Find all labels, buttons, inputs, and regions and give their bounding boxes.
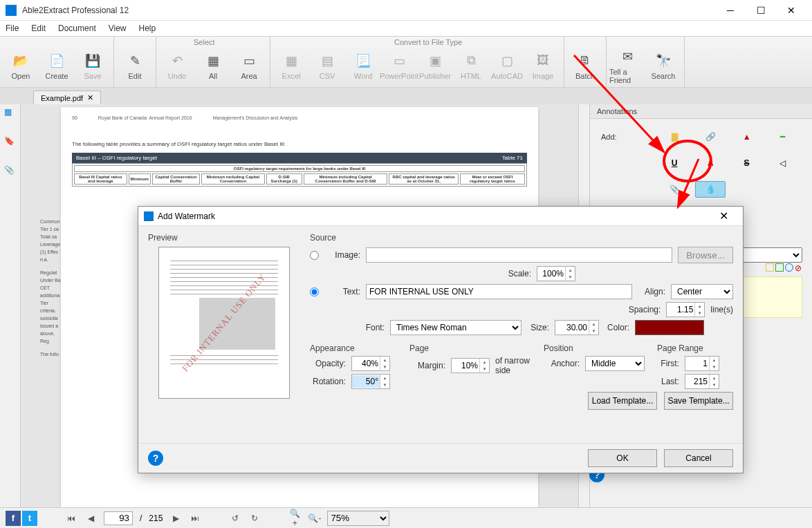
menu-file[interactable]: File bbox=[6, 23, 19, 33]
strikethrough-icon[interactable]: S bbox=[729, 153, 765, 173]
publisher-button[interactable]: ▣Publisher bbox=[417, 46, 453, 87]
preview-page: FOR INTERNAL USE ONLY bbox=[158, 247, 290, 399]
window-title: Able2Extract Professional 12 bbox=[22, 6, 715, 15]
source-text-radio[interactable] bbox=[310, 287, 319, 296]
page-number-input[interactable] bbox=[104, 511, 133, 525]
spacing-spinner[interactable]: ▲▼ bbox=[666, 302, 705, 317]
zoom-select[interactable]: 75% bbox=[327, 511, 389, 526]
select-all-button[interactable]: ▦All bbox=[195, 46, 231, 87]
dialog-close-button[interactable]: ✕ bbox=[710, 209, 737, 223]
select-area-button[interactable]: ▭Area bbox=[231, 46, 267, 87]
scale-spinner[interactable]: ▲▼ bbox=[537, 266, 575, 281]
font-select[interactable]: Times New Roman bbox=[390, 320, 522, 335]
csv-button[interactable]: ▤CSV bbox=[309, 46, 345, 87]
rotate-cw-button[interactable]: ↻ bbox=[248, 513, 261, 523]
image-button[interactable]: 🖼Image bbox=[525, 46, 561, 87]
image-path-input[interactable] bbox=[366, 247, 672, 263]
underline-icon[interactable]: U bbox=[656, 153, 692, 173]
browse-button[interactable]: Browse... bbox=[678, 247, 733, 263]
bookmark-icon[interactable]: 🔖 bbox=[4, 136, 17, 149]
edit-button[interactable]: ✎Edit bbox=[117, 46, 153, 87]
ppt-button[interactable]: ▭PowerPoint bbox=[381, 46, 417, 87]
menu-view[interactable]: View bbox=[109, 23, 127, 33]
caret-icon[interactable]: ◁ bbox=[765, 153, 801, 173]
shape-rect-icon[interactable] bbox=[766, 263, 774, 272]
watermark-icon[interactable]: 💧 bbox=[695, 181, 726, 198]
create-button[interactable]: 📄Create bbox=[39, 46, 75, 87]
color-swatch[interactable] bbox=[635, 320, 704, 335]
source-image-radio[interactable] bbox=[310, 251, 319, 260]
prev-page-button[interactable]: ◀ bbox=[84, 513, 97, 523]
first-page-spinner[interactable]: ▲▼ bbox=[685, 356, 719, 371]
close-window-button[interactable]: ✕ bbox=[776, 0, 806, 21]
note-icon[interactable]: ▇ bbox=[656, 127, 692, 147]
tabstrip: Example.pdf ✕ bbox=[0, 88, 812, 104]
publisher-icon: ▣ bbox=[427, 53, 443, 69]
menu-help[interactable]: Help bbox=[139, 23, 156, 33]
minimize-button[interactable]: ─ bbox=[715, 0, 746, 21]
word-button[interactable]: 📃Word bbox=[345, 46, 381, 87]
binoculars-icon: 🔭 bbox=[655, 53, 672, 69]
zoom-in-button[interactable]: 🔍+ bbox=[288, 509, 301, 528]
page-total: 215 bbox=[149, 513, 163, 523]
open-button[interactable]: 📂Open bbox=[3, 46, 39, 87]
html-icon: ⧉ bbox=[463, 53, 479, 69]
shape-cross-icon[interactable]: ⊘ bbox=[795, 263, 802, 273]
last-page-spinner[interactable]: ▲▼ bbox=[685, 374, 719, 389]
source-label: Source bbox=[310, 233, 733, 243]
first-page-button[interactable]: ⏮ bbox=[65, 513, 77, 523]
tab-label: Example.pdf bbox=[41, 94, 83, 102]
menu-document[interactable]: Document bbox=[58, 23, 96, 33]
save-template-button[interactable]: Save Template... bbox=[664, 392, 733, 410]
excel-button[interactable]: ▦Excel bbox=[273, 46, 309, 87]
watermark-text-input[interactable] bbox=[366, 284, 632, 299]
zoom-out-button[interactable]: 🔍- bbox=[308, 513, 320, 523]
size-spinner[interactable]: ▲▼ bbox=[555, 320, 599, 335]
tell-friend-button[interactable]: ✉Tell a Friend bbox=[609, 46, 645, 87]
select-area-icon: ▭ bbox=[241, 53, 257, 69]
html-button[interactable]: ⧉HTML bbox=[453, 46, 489, 87]
dialog-help-icon[interactable]: ? bbox=[148, 451, 163, 466]
opacity-spinner[interactable]: ▲▼ bbox=[351, 356, 390, 371]
undo-button[interactable]: ↶Undo bbox=[159, 46, 195, 87]
anchor-select[interactable]: Middle bbox=[585, 356, 645, 371]
toolbar-section-select: Select bbox=[194, 38, 215, 46]
link-icon[interactable]: 🔗 bbox=[692, 127, 728, 147]
load-template-button[interactable]: Load Template... bbox=[588, 392, 657, 410]
doc-table-title-bar: Basel III – OSFI regulatory targetTable … bbox=[72, 153, 527, 163]
image-icon: 🖼 bbox=[535, 53, 551, 69]
shape-circle-icon[interactable] bbox=[785, 263, 793, 272]
doc-section: Management's Discussion and Analysis bbox=[213, 115, 298, 120]
highlight-icon[interactable]: ━ bbox=[765, 127, 801, 147]
menu-edit[interactable]: Edit bbox=[31, 23, 46, 33]
ok-button[interactable]: OK bbox=[588, 449, 657, 467]
panel-header: Annotations bbox=[590, 104, 812, 119]
twitter-icon[interactable]: t bbox=[22, 511, 37, 526]
rotation-spinner[interactable]: ▲▼ bbox=[351, 374, 390, 389]
thumbnails-icon[interactable]: ▦ bbox=[4, 107, 17, 120]
last-page-button[interactable]: ⏭ bbox=[189, 513, 201, 523]
cancel-button[interactable]: Cancel bbox=[664, 449, 733, 467]
attachment-icon[interactable]: 📎 bbox=[4, 165, 17, 178]
doc-left-fragments: CommonTier 1 caTotal ca Leverage(1) Effe… bbox=[40, 218, 82, 358]
align-select[interactable]: Center bbox=[671, 284, 733, 299]
menubar: File Edit Document View Help bbox=[0, 21, 812, 36]
batch-button[interactable]: 🗎Batch bbox=[567, 46, 603, 87]
maximize-button[interactable]: ☐ bbox=[746, 0, 776, 21]
facebook-icon[interactable]: f bbox=[6, 511, 21, 526]
document-tab[interactable]: Example.pdf ✕ bbox=[33, 91, 101, 104]
autocad-button[interactable]: ▢AutoCAD bbox=[489, 46, 525, 87]
clip-icon[interactable]: 📎 bbox=[656, 180, 692, 199]
squiggly-icon[interactable]: A bbox=[692, 153, 728, 173]
shape-rect2-icon[interactable] bbox=[775, 263, 784, 272]
toolbar-section-convert: Convert to File Type bbox=[394, 38, 462, 46]
save-button[interactable]: 💾Save bbox=[75, 46, 111, 87]
margin-spinner[interactable]: ▲▼ bbox=[451, 358, 490, 373]
stamp-icon[interactable]: ▲ bbox=[729, 127, 765, 147]
tab-close-icon[interactable]: ✕ bbox=[87, 93, 93, 102]
search-button[interactable]: 🔭Search bbox=[645, 46, 681, 87]
add-label: Add: bbox=[601, 133, 656, 141]
rotate-ccw-button[interactable]: ↺ bbox=[229, 513, 241, 523]
next-page-button[interactable]: ▶ bbox=[169, 513, 182, 523]
titlebar: Able2Extract Professional 12 ─ ☐ ✕ bbox=[0, 0, 812, 21]
